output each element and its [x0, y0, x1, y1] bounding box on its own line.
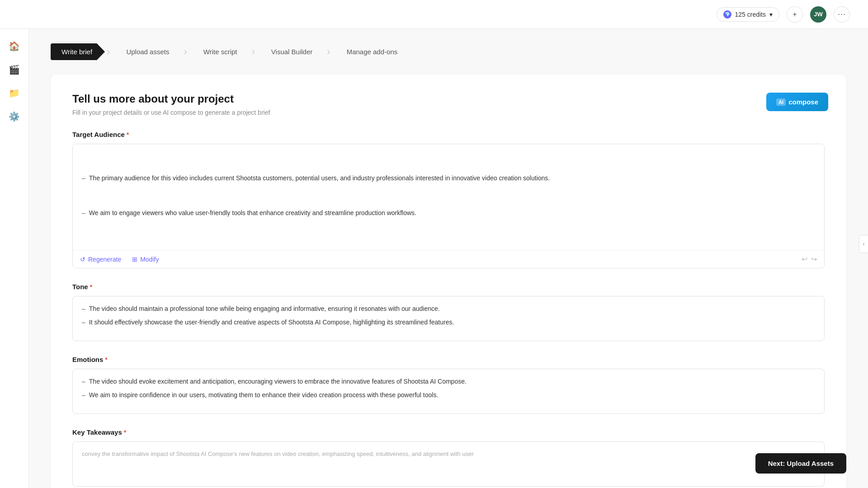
regenerate-label: Regenerate [88, 256, 121, 263]
topbar-right: 💎 125 credits ▾ + JW ··· [717, 6, 850, 23]
sidebar-video-icon[interactable]: 🎬 [5, 60, 24, 80]
modify-icon: ⊞ [132, 256, 137, 263]
emotions-line-1: – The video should evoke excitement and … [82, 376, 815, 387]
regenerate-icon: ↺ [80, 256, 85, 263]
main-content: Write brief › Upload assets › Write scri… [29, 29, 868, 488]
required-star-3: * [105, 356, 107, 363]
tone-section: Tone * – The video should maintain a pro… [72, 283, 825, 341]
step-write-brief-label: Write brief [51, 43, 105, 60]
add-button[interactable]: + [787, 6, 803, 23]
required-star-2: * [90, 283, 92, 291]
redo-button[interactable]: ↪ [811, 255, 817, 263]
regenerate-button[interactable]: ↺ Regenerate [80, 256, 121, 263]
form-subtitle: Fill in your project details or use AI c… [72, 109, 825, 116]
form-card: Tell us more about your project Fill in … [51, 75, 846, 488]
sidebar-settings-icon[interactable]: ⚙️ [5, 107, 24, 127]
target-audience-label: Target Audience * [72, 131, 825, 138]
next-button[interactable]: Next: Upload Assets [755, 453, 846, 474]
step-visual-builder-label: Visual Builder [257, 43, 325, 60]
tone-line-1: – The video should maintain a profession… [82, 304, 815, 314]
step-write-script-label: Write script [189, 43, 250, 60]
key-takeaways-preview: convey the transformative impact of Shoo… [82, 450, 474, 457]
sidebar: 🏠 🎬 📁 ⚙️ [0, 29, 29, 488]
collapse-panel-button[interactable]: ‹ [859, 235, 868, 253]
step-manage-addons-label: Manage add-ons [332, 43, 410, 60]
credits-badge[interactable]: 💎 125 credits ▾ [717, 7, 779, 22]
target-audience-line-1: – The primary audience for this video in… [82, 173, 815, 184]
modify-label: Modify [140, 256, 159, 263]
step-upload-assets[interactable]: Upload assets [112, 43, 182, 60]
step-arrow-1: › [107, 46, 110, 58]
credits-dropdown-icon: ▾ [769, 11, 773, 18]
target-audience-field[interactable]: – The primary audience for this video in… [72, 144, 825, 268]
step-arrow-4: › [327, 46, 330, 58]
more-button[interactable]: ··· [834, 6, 850, 23]
key-takeaways-label: Key Takeaways * [72, 428, 825, 436]
step-visual-builder[interactable]: Visual Builder [257, 43, 325, 60]
tone-line-2: – It should effectively showcase the use… [82, 317, 815, 328]
step-upload-assets-label: Upload assets [112, 43, 182, 60]
step-arrow-2: › [184, 46, 187, 58]
target-audience-section: Target Audience * – The primary audience… [72, 131, 825, 268]
key-takeaways-field[interactable]: convey the transformative impact of Shoo… [72, 441, 825, 487]
topbar: 💎 125 credits ▾ + JW ··· [0, 0, 868, 29]
key-takeaways-section: Key Takeaways * convey the transformativ… [72, 428, 825, 487]
ai-badge: AI [776, 99, 786, 106]
emotions-section: Emotions * – The video should evoke exci… [72, 356, 825, 414]
required-star-1: * [127, 131, 129, 138]
emotions-field[interactable]: – The video should evoke excitement and … [72, 369, 825, 414]
step-write-script[interactable]: Write script [189, 43, 250, 60]
step-navigation: Write brief › Upload assets › Write scri… [51, 43, 846, 60]
credits-label: 125 credits [735, 11, 766, 18]
target-audience-line-2: – We aim to engage viewers who value use… [82, 208, 815, 219]
target-audience-content[interactable]: – The primary audience for this video in… [73, 144, 824, 250]
target-audience-actions: ↺ Regenerate ⊞ Modify ↩ ↪ [73, 250, 824, 268]
tone-label: Tone * [72, 283, 825, 291]
tone-field[interactable]: – The video should maintain a profession… [72, 296, 825, 341]
ai-compose-button[interactable]: AI compose [766, 93, 828, 111]
form-title: Tell us more about your project [72, 93, 825, 105]
step-arrow-3: › [252, 46, 255, 58]
avatar[interactable]: JW [810, 6, 826, 23]
ai-compose-label: compose [788, 98, 818, 106]
sidebar-home-icon[interactable]: 🏠 [5, 36, 24, 56]
emotions-label: Emotions * [72, 356, 825, 363]
undo-button[interactable]: ↩ [802, 255, 807, 263]
emotions-line-2: – We aim to inspire confidence in our us… [82, 390, 815, 401]
step-write-brief[interactable]: Write brief [51, 43, 105, 60]
step-manage-addons[interactable]: Manage add-ons [332, 43, 410, 60]
required-star-4: * [124, 429, 126, 436]
modify-button[interactable]: ⊞ Modify [132, 256, 159, 263]
sidebar-folder-icon[interactable]: 📁 [5, 83, 24, 103]
credits-icon: 💎 [723, 10, 731, 19]
undo-redo-group: ↩ ↪ [802, 255, 817, 263]
